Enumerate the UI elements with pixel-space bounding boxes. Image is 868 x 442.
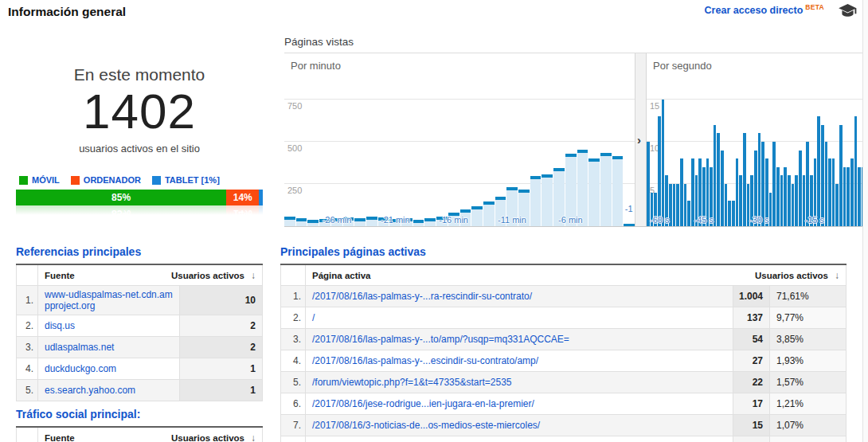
top-pages-title: Principales páginas activas: [280, 245, 846, 258]
table-row: 3./2017/08/16/las-palmas-y-...to/amp/?us…: [280, 329, 846, 350]
table-header: Página activa Usuarios activos↓: [280, 265, 846, 286]
bar-cap: [354, 218, 366, 221]
x-axis-label: -26 min: [323, 215, 352, 225]
bar-cap: [495, 197, 506, 200]
page-link[interactable]: /2017/08/16/las-palmas-y-...ra-rescindir…: [305, 286, 733, 307]
x-axis-label: -60 s: [650, 215, 669, 225]
page-link[interactable]: /2017/08/16/las-palmas-y-...to/amp/?usqp…: [305, 329, 733, 350]
legend-label: ORDENADOR: [84, 175, 141, 185]
active-users-value: 17: [733, 393, 769, 414]
chart-bar: [795, 175, 798, 226]
x-axis-label: -21 min: [381, 215, 410, 225]
bar-cap: [307, 220, 319, 223]
users-percentage: 9,77%: [769, 307, 846, 328]
chart-bar: [758, 133, 761, 226]
chart-bar: [835, 184, 839, 226]
row-rank: 1.: [281, 287, 305, 305]
users-percentage: 1,07%: [769, 415, 846, 436]
per-minute-chart: Por minuto 250500750-26 min-21 min-16 mi…: [284, 53, 635, 226]
chart-bar: [680, 158, 683, 226]
page-link[interactable]: /2017/08/16/las-palmas-y-...escindir-su-…: [305, 350, 733, 371]
bar-cap: [530, 176, 542, 179]
chart-bar: [658, 116, 661, 226]
top-pages-section: Principales páginas activas Página activ…: [280, 245, 846, 442]
chart-bar: [792, 184, 795, 226]
table-row: 5./forum/viewtopic.php?f=1&t=47335&start…: [280, 372, 846, 393]
chevron-right-icon[interactable]: ›: [637, 133, 641, 147]
table-row: 1.www-udlaspalmas-net.cdn.ampproject.org…: [16, 286, 263, 315]
topbar-actions: Crear acceso directoBETA: [705, 3, 857, 21]
chart-bar: [743, 133, 746, 226]
source-column-header[interactable]: Fuente: [37, 265, 151, 285]
chart-bar: [846, 167, 850, 226]
bar-cap: [577, 150, 588, 153]
sort-desc-icon[interactable]: ↓: [251, 432, 256, 442]
row-rank: 6.: [281, 395, 305, 413]
row-rank: 4.: [281, 352, 305, 370]
page-link[interactable]: /forum/viewtopic.php?f=1&t=47335&start=2…: [305, 372, 733, 393]
create-shortcut-link[interactable]: Crear acceso directoBETA: [705, 3, 824, 16]
bar-cap: [296, 218, 307, 221]
source-link[interactable]: disq.us: [37, 315, 179, 336]
ga-realtime-overview: Información general Crear acceso directo…: [0, 0, 868, 442]
reflection-fade: [16, 205, 263, 216]
top-referrals-section: Referencias principales Fuente Usuarios …: [16, 245, 263, 401]
rank-header: [17, 272, 37, 279]
source-link[interactable]: udlaspalmas.net: [37, 337, 179, 358]
legend-item: ORDENADOR: [71, 175, 141, 185]
chart-bar: [769, 193, 772, 226]
pageviews-charts: Por minuto 250500750-26 min-21 min-16 mi…: [284, 53, 868, 227]
bar-cap: [612, 156, 624, 159]
per-second-plot: 51015-60 s-45 s-30 s-15 s: [647, 53, 868, 226]
users-percentage: 1,93%: [769, 350, 846, 371]
row-rank: 2.: [281, 309, 305, 327]
page-link[interactable]: /2017/08/16/jese-rodrigue...ien-jugara-e…: [305, 393, 733, 414]
table-row: 3.udlaspalmas.net2: [16, 337, 263, 358]
scrollbar[interactable]: [862, 0, 868, 442]
page-column-header[interactable]: Página activa: [305, 265, 576, 285]
users-column-header[interactable]: Usuarios activos↓: [576, 267, 846, 284]
x-axis-label: -30 s: [749, 215, 768, 225]
sort-desc-icon[interactable]: ↓: [835, 270, 839, 281]
chart-bar: [483, 201, 495, 226]
realtime-heading: En este momento: [16, 65, 263, 84]
page-link[interactable]: /: [305, 307, 733, 328]
page-link[interactable]: /forum/viewtopic.php?f=1&t=47335&start=2…: [305, 436, 733, 442]
beta-badge: BETA: [805, 3, 824, 11]
source-column-header[interactable]: Fuente: [37, 428, 151, 442]
bar-cap: [413, 220, 424, 223]
legend-swatch: [152, 176, 161, 185]
table-row: 5.es.search.yahoo.com1: [16, 380, 263, 401]
legend-swatch: [71, 176, 80, 185]
chart-bar: [366, 217, 377, 226]
sort-desc-icon[interactable]: ↓: [251, 270, 256, 281]
chart-bar: [817, 116, 820, 226]
rank-header: [281, 272, 305, 279]
chart-bar: [714, 125, 717, 226]
chart-bar: [624, 224, 635, 226]
active-users-value: 2: [179, 337, 262, 358]
per-second-label: Por segundo: [653, 60, 712, 72]
bar-cap: [588, 158, 600, 162]
chart-collapse-divider[interactable]: ›: [635, 53, 647, 226]
chart-bar: [825, 142, 828, 226]
chart-bar: [736, 158, 739, 226]
device-split-bar: 85%14%: [16, 190, 263, 205]
row-rank: 3.: [17, 338, 37, 356]
bar-cap: [565, 154, 577, 157]
source-link[interactable]: www-udlaspalmas-net.cdn.ampproject.org: [37, 286, 179, 315]
source-link[interactable]: duckduckgo.com: [37, 358, 179, 379]
legend-item: MÓVIL: [19, 175, 60, 185]
source-link[interactable]: es.search.yahoo.com: [37, 380, 179, 401]
users-percentage: 1,57%: [769, 372, 846, 393]
chart-bar: [307, 220, 319, 226]
x-axis-label: -15 s: [805, 215, 824, 225]
page-link[interactable]: /2017/08/16/3-noticias-de...os-medios-es…: [305, 415, 733, 436]
users-column-header[interactable]: Usuarios activos↓: [151, 267, 263, 284]
chart-bar: [806, 142, 809, 226]
users-column-header[interactable]: Usuarios activos↓: [151, 429, 263, 442]
graduation-cap-icon[interactable]: [839, 4, 857, 21]
bar-cap: [284, 217, 295, 220]
active-users-value: 1.004: [733, 286, 769, 307]
device-split-segment: 85%: [16, 190, 226, 205]
